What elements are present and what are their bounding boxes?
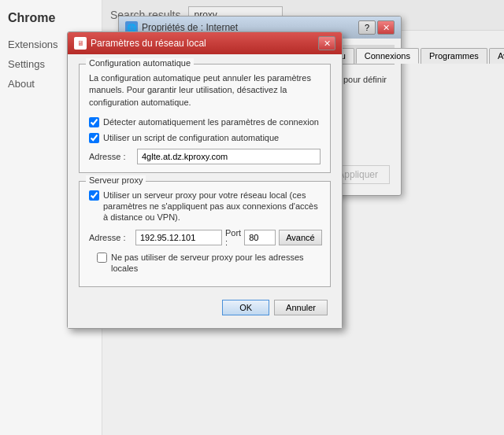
use-proxy-row: Utiliser un serveur proxy pour votre rés… <box>89 190 321 223</box>
tab-programs[interactable]: Programmes <box>421 48 487 64</box>
proxy-server-section: Serveur proxy Utiliser un serveur proxy … <box>79 181 331 287</box>
no-proxy-local-checkbox[interactable] <box>97 253 107 263</box>
proxy-port-label: Port : <box>225 228 241 247</box>
internet-props-titlebar-buttons: ? ✕ <box>358 20 395 35</box>
auto-script-label: Utiliser un script de configuration auto… <box>103 132 279 143</box>
use-proxy-label: Utiliser un serveur proxy pour votre rés… <box>103 190 321 223</box>
tab-connections[interactable]: Connexions <box>356 48 419 64</box>
auto-config-section-label: Configuration automatique <box>86 58 194 68</box>
lan-cancel-button[interactable]: Annuler <box>274 300 328 315</box>
no-proxy-local-label: Ne pas utiliser de serveur proxy pour le… <box>111 252 321 275</box>
proxy-address-input[interactable] <box>135 230 222 245</box>
auto-config-section: Configuration automatique La configurati… <box>79 64 331 173</box>
auto-script-checkbox[interactable] <box>89 133 99 143</box>
use-proxy-checkbox[interactable] <box>89 190 99 201</box>
proxy-address-label: Adresse : <box>89 233 132 242</box>
avance-button[interactable]: Avancé <box>279 230 322 245</box>
auto-detect-checkbox[interactable] <box>89 117 99 127</box>
address-label: Adresse : <box>89 152 132 161</box>
lan-settings-dialog: 🖥 Paramètres du réseau local ✕ Configura… <box>67 31 343 329</box>
lan-ok-button[interactable]: OK <box>222 300 269 315</box>
address-field-row: Adresse : <box>89 149 321 164</box>
proxy-section-label: Serveur proxy <box>86 175 146 185</box>
internet-props-close-button[interactable]: ✕ <box>377 20 395 35</box>
address-input[interactable] <box>137 149 321 164</box>
auto-config-description: La configuration automatique peut annule… <box>89 72 321 109</box>
proxy-address-port-row: Adresse : Port : Avancé <box>89 228 321 247</box>
proxy-port-input[interactable] <box>244 230 276 245</box>
auto-script-row: Utiliser un script de configuration auto… <box>89 132 321 143</box>
lan-dialog-titlebar-buttons: ✕ <box>318 36 335 50</box>
chrome-title: Chrome <box>0 8 102 35</box>
lan-dialog-titlebar: 🖥 Paramètres du réseau local ✕ <box>68 32 342 54</box>
auto-detect-label: Détecter automatiquement les paramètres … <box>103 116 319 127</box>
lan-dialog-buttons: OK Annuler <box>79 295 331 319</box>
no-proxy-local-row: Ne pas utiliser de serveur proxy pour le… <box>89 252 321 275</box>
lan-dialog-content: Configuration automatique La configurati… <box>68 54 342 328</box>
lan-dialog-icon: 🖥 <box>74 37 87 50</box>
auto-detect-row: Détecter automatiquement les paramètres … <box>89 116 321 127</box>
tab-advanced[interactable]: Avancé <box>489 48 504 64</box>
internet-props-help-button[interactable]: ? <box>358 20 376 35</box>
lan-dialog-close-button[interactable]: ✕ <box>318 36 335 50</box>
lan-dialog-title: 🖥 Paramètres du réseau local <box>74 37 206 50</box>
